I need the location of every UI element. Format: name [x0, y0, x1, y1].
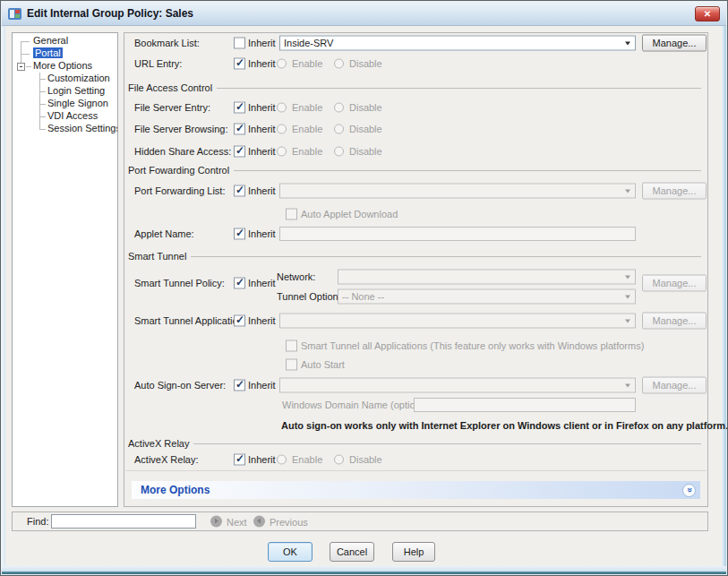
help-button[interactable]: Help	[392, 542, 435, 562]
close-button[interactable]: ✕	[695, 6, 720, 21]
previous-label: Previous	[270, 516, 308, 527]
find-previous-button[interactable]: Previous	[253, 516, 308, 528]
more-options-label: More Options	[141, 484, 210, 496]
activex-relay-inherit-checkbox[interactable]	[234, 454, 245, 466]
applet-name-inherit-checkbox[interactable]	[234, 228, 245, 240]
activex-relay-label: ActiveX Relay:	[134, 454, 199, 465]
disable-radio[interactable]	[334, 103, 344, 113]
separator-line	[217, 88, 701, 89]
find-bar: Find: Next Previous	[12, 512, 708, 531]
enable-radio[interactable]	[277, 103, 287, 113]
cancel-button[interactable]: Cancel	[330, 542, 374, 562]
auto-signon-server-label: Auto Sign-on Server:	[134, 380, 226, 391]
file-server-entry-label: File Server Entry:	[134, 102, 210, 113]
disable-label: Disable	[349, 124, 382, 134]
smart-tunnel-policy-inherit-checkbox[interactable]	[234, 278, 245, 289]
smart-tunnel-all-applications-label: Smart Tunnel all Applications (This feat…	[301, 340, 644, 351]
enable-radio[interactable]	[277, 125, 287, 134]
disable-radio[interactable]	[334, 59, 344, 69]
find-label: Find:	[27, 516, 48, 527]
tree-item-more-options[interactable]: More Options	[13, 60, 117, 73]
enable-label: Enable	[292, 454, 322, 465]
disable-radio[interactable]	[334, 125, 344, 134]
smart-tunnel-application-combo[interactable]	[279, 314, 636, 329]
smart-tunnel-all-applications-checkbox[interactable]	[286, 340, 297, 352]
file-server-browsing-inherit-checkbox[interactable]	[234, 124, 245, 135]
titlebar: Edit Internal Group Policy: Sales ✕	[2, 2, 726, 26]
inherit-label: Inherit	[248, 228, 276, 239]
find-next-button[interactable]: Next	[210, 516, 247, 528]
tree-item-session-settings[interactable]: Session Settings	[13, 123, 117, 135]
auto-signon-server-combo[interactable]	[279, 378, 636, 393]
row-file-server-entry: File Server Entry: Inherit Enable Disabl…	[124, 99, 707, 116]
row-tunnel-option: Tunnel Option: -- None --	[124, 288, 707, 305]
more-options-expander[interactable]: More Options »	[132, 481, 700, 499]
windows-domain-name-label: Windows Domain Name (optional):	[282, 400, 434, 410]
row-smart-tunnel-all-applications: Smart Tunnel all Applications (This feat…	[124, 338, 707, 354]
file-server-entry-inherit-checkbox[interactable]	[234, 102, 245, 114]
find-input[interactable]	[51, 514, 196, 529]
section-port-forwarding-control: Port Fowarding Control	[128, 164, 701, 176]
port-forwarding-list-combo[interactable]	[279, 184, 636, 199]
windows-domain-name-input[interactable]	[414, 398, 636, 412]
hidden-share-access-inherit-checkbox[interactable]	[234, 146, 245, 158]
tunnel-option-label: Tunnel Option:	[277, 291, 341, 302]
ok-button[interactable]: OK	[268, 542, 313, 562]
enable-radio[interactable]	[277, 59, 287, 69]
auto-signon-inherit-checkbox[interactable]	[234, 380, 245, 391]
row-hidden-share-access: Hidden Share Access: Inherit Enable Disa…	[124, 143, 707, 159]
inherit-label: Inherit	[248, 146, 276, 157]
enable-radio[interactable]	[277, 147, 287, 157]
inherit-label: Inherit	[248, 185, 276, 196]
tree-item-single-signon[interactable]: Single Signon	[13, 98, 117, 110]
window-edge-left	[2, 26, 5, 566]
disable-radio[interactable]	[334, 147, 344, 157]
applet-name-input[interactable]	[279, 227, 636, 241]
auto-start-checkbox[interactable]	[286, 359, 297, 371]
url-entry-inherit-checkbox[interactable]	[234, 58, 245, 70]
smart-tunnel-application-inherit-checkbox[interactable]	[234, 315, 245, 327]
manage-bookmark-button[interactable]: Manage...	[642, 35, 707, 52]
section-file-access-control: File Access Control	[128, 82, 701, 93]
enable-label: Enable	[292, 124, 322, 134]
tree-item-vdi-access[interactable]: VDI Access	[13, 110, 117, 123]
tree-item-label: Login Setting	[47, 85, 105, 96]
manage-smart-tunnel-application-button[interactable]: Manage...	[642, 313, 707, 330]
tree-item-login-setting[interactable]: Login Setting	[13, 85, 117, 98]
dropdown-arrow-icon	[621, 38, 634, 49]
enable-radio[interactable]	[277, 455, 287, 465]
tree-item-customization[interactable]: Customization	[13, 73, 117, 85]
auto-applet-download-label: Auto Applet Download	[301, 209, 398, 219]
manage-port-forwarding-button[interactable]: Manage...	[642, 183, 707, 200]
row-auto-applet-download: Auto Applet Download	[124, 206, 707, 222]
enable-label: Enable	[292, 102, 322, 113]
auto-signon-note: Auto sign-on works only with Internet Ex…	[281, 420, 728, 431]
inherit-label: Inherit	[248, 102, 276, 113]
separator-line	[191, 256, 701, 257]
row-auto-signon-note: Auto sign-on works only with Internet Ex…	[124, 417, 707, 434]
tree-collapse-icon[interactable]	[17, 63, 25, 71]
tree-item-portal[interactable]: Portal	[13, 47, 117, 60]
dropdown-arrow-icon	[621, 291, 634, 303]
file-server-browsing-label: File Server Browsing:	[134, 124, 228, 134]
manage-auto-signon-button[interactable]: Manage...	[642, 377, 707, 394]
disable-label: Disable	[349, 146, 382, 157]
auto-start-label: Auto Start	[301, 359, 345, 370]
bookmark-inherit-checkbox[interactable]	[234, 38, 245, 49]
auto-applet-download-checkbox[interactable]	[286, 209, 297, 220]
bookmark-list-combo[interactable]: Inside-SRV	[279, 36, 636, 51]
port-forwarding-list-label: Port Forwarding List:	[134, 185, 225, 196]
previous-icon	[253, 516, 265, 528]
chevron-double-down-icon[interactable]: »	[682, 484, 696, 497]
tree-item-label: VDI Access	[47, 110, 98, 121]
tunnel-option-combo[interactable]: -- None --	[338, 289, 636, 305]
hidden-share-access-label: Hidden Share Access:	[134, 146, 231, 157]
disable-radio[interactable]	[334, 455, 344, 465]
bookmark-list-value: Inside-SRV	[284, 38, 333, 48]
section-smart-tunnel: Smart Tunnel	[128, 250, 701, 262]
inherit-label: Inherit	[248, 124, 276, 134]
row-bookmark-list: Bookmark List: Inherit Inside-SRV Manage…	[124, 35, 707, 51]
dialog-window: Edit Internal Group Policy: Sales ✕ Gene…	[0, 0, 728, 576]
tree-item-general[interactable]: General	[13, 35, 117, 47]
port-forwarding-inherit-checkbox[interactable]	[234, 185, 245, 197]
